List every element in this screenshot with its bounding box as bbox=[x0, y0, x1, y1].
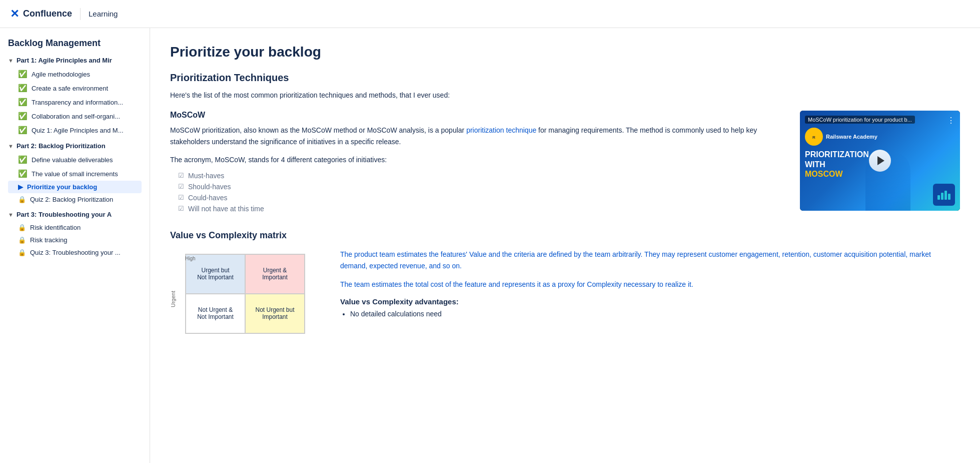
prioritization-technique-link[interactable]: prioritization technique bbox=[466, 126, 536, 134]
vc-section-wrapper: Value vs Complexity matrix High Urgent U… bbox=[170, 230, 960, 354]
checklist-item-couldhaves: Could-haves bbox=[178, 192, 784, 203]
matrix-cell-not-urgent-important: Not Urgent butImportant bbox=[245, 294, 305, 333]
check-icon: ✅ bbox=[18, 126, 28, 135]
check-icon: ✅ bbox=[18, 98, 28, 107]
matrix-cell-urgent-important: Urgent &Important bbox=[245, 254, 305, 294]
railsware-logo: R bbox=[805, 128, 823, 146]
video-title-label: MoSCoW prioritization for your product b… bbox=[805, 116, 915, 124]
matrix-grid: Urgent butNot Important Urgent &Importan… bbox=[185, 254, 305, 334]
vc-title: Value vs Complexity matrix bbox=[170, 230, 960, 241]
sidebar-item-collab[interactable]: ✅ Collaboration and self-organi... bbox=[8, 109, 142, 123]
item-label: Create a safe environment bbox=[32, 85, 108, 92]
vc-advantages-title: Value vs Complexity advantages: bbox=[340, 297, 960, 306]
matrix-axis-high-label: High bbox=[185, 256, 196, 261]
checklist-item-shouldhaves: Should-haves bbox=[178, 181, 784, 192]
vc-description-2: The team estimates the total cost of the… bbox=[340, 279, 960, 290]
sidebar-section-part2-items: ✅ Define valuable deliverables ✅ The val… bbox=[8, 153, 142, 206]
check-icon: ✅ bbox=[18, 169, 28, 178]
checklist-item-musthaves: Must-haves bbox=[178, 170, 784, 181]
vc-description-1: The product team estimates the features'… bbox=[340, 249, 960, 272]
moscow-acronym: The acronym, MoSCoW, stands for 4 differ… bbox=[170, 154, 784, 165]
page-title: Prioritize your backlog bbox=[170, 44, 960, 60]
item-label: Quiz 2: Backlog Prioritization bbox=[30, 196, 113, 203]
app-name: Confluence bbox=[23, 9, 72, 19]
check-icon: ✅ bbox=[18, 112, 28, 121]
svg-rect-2 bbox=[937, 195, 940, 200]
video-inner: MoSCoW prioritization for your product b… bbox=[800, 111, 960, 211]
sidebar: Backlog Management ▼ Part 1: Agile Princ… bbox=[0, 28, 150, 463]
section-part1-label: Part 1: Agile Principles and Mir bbox=[17, 57, 112, 64]
item-label: Collaboration and self-organi... bbox=[32, 113, 120, 120]
sidebar-item-safe-env[interactable]: ✅ Create a safe environment bbox=[8, 81, 142, 95]
video-person-silhouette bbox=[865, 151, 910, 211]
item-label: The value of small increments bbox=[32, 170, 118, 178]
sidebar-item-prioritize[interactable]: ▶ Prioritize your backlog bbox=[8, 181, 142, 193]
app-logo[interactable]: ✕ Confluence bbox=[10, 8, 72, 21]
matrix-cell-not-urgent-not-important: Not Urgent &Not Important bbox=[186, 294, 245, 333]
lock-icon: 🔒 bbox=[18, 236, 26, 244]
video-thumbnail[interactable]: MoSCoW prioritization for your product b… bbox=[800, 111, 960, 211]
moscow-prefix: MoSCoW prioritization, also known as the… bbox=[170, 126, 466, 134]
lock-icon: 🔒 bbox=[18, 196, 26, 203]
vc-section: High Urgent Urgent butNot Important Urge… bbox=[170, 249, 960, 354]
sidebar-section-part2[interactable]: ▼ Part 2: Backlog Prioritization bbox=[8, 142, 142, 150]
item-label: Transparency and information... bbox=[32, 99, 123, 106]
video-menu-icon[interactable]: ⋮ bbox=[947, 116, 955, 125]
video-brand-label: Railsware Academy bbox=[826, 134, 877, 140]
play-icon: ▶ bbox=[18, 183, 23, 191]
item-label: Risk identification bbox=[30, 224, 81, 231]
moscow-title: MoSCoW bbox=[170, 111, 784, 120]
sidebar-item-transparency[interactable]: ✅ Transparency and information... bbox=[8, 95, 142, 109]
prioritization-techniques-heading: Prioritization Techniques bbox=[170, 72, 960, 84]
sidebar-section-part1[interactable]: ▼ Part 1: Agile Principles and Mir bbox=[8, 57, 142, 64]
video-headline: PRIORITIZATION WITH MoSCoW bbox=[805, 150, 869, 179]
item-label: Quiz 3: Troubleshooting your ... bbox=[30, 249, 121, 256]
svg-rect-4 bbox=[944, 191, 947, 200]
sidebar-section-part1-items: ✅ Agile methodologies ✅ Create a safe en… bbox=[8, 67, 142, 137]
sidebar-item-quiz2[interactable]: 🔒 Quiz 2: Backlog Prioritization bbox=[8, 193, 142, 206]
video-logo-row: R Railsware Academy bbox=[805, 128, 877, 146]
checklist-item-willnothave: Will not have at this time bbox=[178, 203, 784, 214]
sidebar-item-quiz3[interactable]: 🔒 Quiz 3: Troubleshooting your ... bbox=[8, 246, 142, 259]
sidebar-section-part3[interactable]: ▼ Part 3: Troubleshooting your A bbox=[8, 211, 142, 218]
moscow-body-1: MoSCoW prioritization, also known as the… bbox=[170, 125, 784, 148]
learning-nav-link[interactable]: Learning bbox=[89, 10, 118, 18]
svg-rect-3 bbox=[941, 193, 943, 200]
matrix-container: High Urgent Urgent butNot Important Urge… bbox=[170, 249, 320, 354]
sidebar-item-define[interactable]: ✅ Define valuable deliverables bbox=[8, 153, 142, 167]
main-layout: Backlog Management ▼ Part 1: Agile Princ… bbox=[0, 28, 980, 463]
sidebar-item-risk-track[interactable]: 🔒 Risk tracking bbox=[8, 234, 142, 246]
chevron-down-icon: ▼ bbox=[8, 58, 14, 64]
vc-advantage-item: No detailed calculations need bbox=[350, 310, 960, 318]
sidebar-item-agile-methods[interactable]: ✅ Agile methodologies bbox=[8, 67, 142, 81]
sidebar-item-risk-id[interactable]: 🔒 Risk identification bbox=[8, 221, 142, 234]
moscow-checklist: Must-haves Should-haves Could-haves Will… bbox=[170, 170, 784, 214]
lock-icon: 🔒 bbox=[18, 224, 26, 231]
item-label: Define valuable deliverables bbox=[32, 156, 113, 164]
vc-advantages-list: No detailed calculations need bbox=[340, 310, 960, 318]
check-icon: ✅ bbox=[18, 70, 28, 79]
nav-divider bbox=[80, 8, 81, 20]
item-label: Prioritize your backlog bbox=[27, 183, 97, 191]
svg-rect-5 bbox=[948, 194, 950, 200]
chevron-down-icon: ▼ bbox=[8, 212, 14, 218]
confluence-logo-icon: ✕ bbox=[10, 8, 19, 21]
chevron-down-icon: ▼ bbox=[8, 143, 14, 149]
section-part2-label: Part 2: Backlog Prioritization bbox=[17, 142, 106, 150]
main-content: Prioritize your backlog Prioritization T… bbox=[150, 28, 980, 463]
sidebar-item-quiz1[interactable]: ✅ Quiz 1: Agile Principles and M... bbox=[8, 123, 142, 137]
check-icon: ✅ bbox=[18, 155, 28, 164]
vc-text-block: The product team estimates the features'… bbox=[340, 249, 960, 354]
moscow-section: MoSCoW MoSCoW prioritization, also known… bbox=[170, 111, 960, 214]
sidebar-title: Backlog Management bbox=[8, 38, 142, 49]
svg-text:R: R bbox=[812, 135, 815, 140]
top-nav: ✕ Confluence Learning bbox=[0, 0, 980, 28]
sidebar-item-small-inc[interactable]: ✅ The value of small increments bbox=[8, 167, 142, 181]
section-part3-label: Part 3: Troubleshooting your A bbox=[17, 211, 112, 218]
intro-paragraph: Here's the list of the most common prior… bbox=[170, 90, 960, 101]
matrix-axis-y-label: Urgent bbox=[170, 259, 176, 339]
sidebar-section-part3-items: 🔒 Risk identification 🔒 Risk tracking 🔒 … bbox=[8, 221, 142, 259]
matrix-wrapper: High Urgent Urgent butNot Important Urge… bbox=[170, 254, 310, 354]
item-label: Risk tracking bbox=[30, 236, 67, 244]
moscow-text-block: MoSCoW MoSCoW prioritization, also known… bbox=[170, 111, 784, 214]
